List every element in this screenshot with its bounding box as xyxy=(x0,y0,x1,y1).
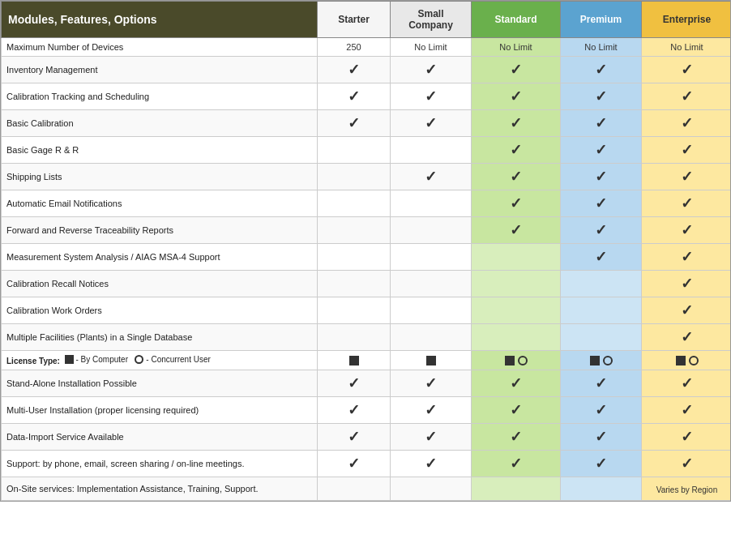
starter-license-cell xyxy=(318,351,391,370)
small-cell xyxy=(391,271,472,297)
starter-cell: ✓ xyxy=(318,397,391,424)
premium-cell: ✓ xyxy=(561,217,642,244)
checkmark-icon: ✓ xyxy=(595,222,607,238)
premium-cell: ✓ xyxy=(561,190,642,217)
starter-cell xyxy=(318,217,391,244)
checkmark-icon: ✓ xyxy=(348,429,360,445)
feature-name: Calibration Work Orders xyxy=(2,297,318,324)
license-icons xyxy=(323,356,385,365)
license-icons xyxy=(395,356,466,365)
starter-cell xyxy=(318,244,391,271)
feature-name: Measurement System Analysis / AIAG MSA-4… xyxy=(2,244,318,271)
small-cell: ✓ xyxy=(391,83,472,110)
enterprise-cell: ✓ xyxy=(642,57,732,83)
feature-name: Inventory Management xyxy=(2,57,318,83)
enterprise-cell: ✓ xyxy=(642,217,732,244)
small-cell: ✓ xyxy=(391,164,472,190)
enterprise-cell: ✓ xyxy=(642,244,732,271)
checkmark-icon: ✓ xyxy=(510,115,522,131)
checkmark-icon: ✓ xyxy=(681,375,693,391)
premium-cell: ✓ xyxy=(561,57,642,83)
feature-name: Automatic Email Notifications xyxy=(2,190,318,217)
feature-name: Stand-Alone Installation Possible xyxy=(2,370,318,397)
enterprise-cell: ✓ xyxy=(642,397,732,424)
license-icons xyxy=(477,356,555,365)
premium-cell: No Limit xyxy=(561,38,642,57)
starter-cell xyxy=(318,477,391,501)
premium-cell: ✓ xyxy=(561,397,642,424)
computer-license-icon xyxy=(590,356,600,365)
premium-column-header: Premium xyxy=(561,2,642,38)
starter-cell: ✓ xyxy=(318,57,391,83)
checkmark-icon: ✓ xyxy=(425,62,437,78)
concurrent-license-icon xyxy=(518,356,528,365)
starter-cell xyxy=(318,297,391,324)
computer-license-icon xyxy=(349,356,359,365)
checkmark-icon: ✓ xyxy=(681,88,693,105)
checkmark-icon: ✓ xyxy=(595,249,607,265)
enterprise-cell: ✓ xyxy=(642,137,732,164)
premium-cell: ✓ xyxy=(561,164,642,190)
checkmark-icon: ✓ xyxy=(681,249,693,265)
standard-cell: ✓ xyxy=(472,397,561,424)
checkmark-icon: ✓ xyxy=(425,375,437,391)
feature-column-header: Modules, Features, Options xyxy=(2,2,318,38)
checkmark-icon: ✓ xyxy=(595,429,607,445)
small-cell xyxy=(391,217,472,244)
standard-cell: ✓ xyxy=(472,83,561,110)
checkmark-icon: ✓ xyxy=(425,402,437,418)
enterprise-cell: ✓ xyxy=(642,110,732,137)
standard-cell xyxy=(472,297,561,324)
enterprise-cell: ✓ xyxy=(642,370,732,397)
standard-cell: ✓ xyxy=(472,217,561,244)
checkmark-icon: ✓ xyxy=(348,88,360,105)
checkmark-icon: ✓ xyxy=(595,169,607,185)
checkmark-icon: ✓ xyxy=(510,375,522,391)
standard-column-header: Standard xyxy=(472,2,561,38)
checkmark-icon: ✓ xyxy=(510,429,522,445)
feature-name: Calibration Tracking and Scheduling xyxy=(2,83,318,110)
small-cell: ✓ xyxy=(391,424,472,451)
small-cell xyxy=(391,190,472,217)
checkmark-icon: ✓ xyxy=(681,115,693,131)
standard-cell: ✓ xyxy=(472,164,561,190)
standard-cell: No Limit xyxy=(472,38,561,57)
checkmark-icon: ✓ xyxy=(681,455,693,472)
enterprise-cell: ✓ xyxy=(642,271,732,297)
checkmark-icon: ✓ xyxy=(681,222,693,238)
license-icons xyxy=(647,356,727,365)
comparison-table: Modules, Features, Options Starter Small… xyxy=(0,0,731,502)
checkmark-icon: ✓ xyxy=(681,169,693,185)
standard-cell: ✓ xyxy=(472,137,561,164)
enterprise-cell: ✓ xyxy=(642,190,732,217)
starter-cell: ✓ xyxy=(318,370,391,397)
checkmark-icon: ✓ xyxy=(348,455,360,472)
starter-cell: 250 xyxy=(318,38,391,57)
starter-cell xyxy=(318,190,391,217)
small-cell: ✓ xyxy=(391,451,472,477)
feature-name: Data-Import Service Available xyxy=(2,424,318,451)
small-cell: ✓ xyxy=(391,397,472,424)
checkmark-icon: ✓ xyxy=(348,375,360,391)
standard-cell: ✓ xyxy=(472,110,561,137)
enterprise-column-header: Enterprise xyxy=(642,2,732,38)
checkmark-icon: ✓ xyxy=(510,402,522,418)
starter-cell: ✓ xyxy=(318,83,391,110)
checkmark-icon: ✓ xyxy=(681,302,693,318)
enterprise-cell: ✓ xyxy=(642,424,732,451)
enterprise-license-cell xyxy=(642,351,732,370)
checkmark-icon: ✓ xyxy=(595,142,607,158)
premium-cell: ✓ xyxy=(561,370,642,397)
starter-cell xyxy=(318,137,391,164)
checkmark-icon: ✓ xyxy=(595,375,607,391)
enterprise-cell: ✓ xyxy=(642,324,732,351)
small-cell xyxy=(391,137,472,164)
feature-name: Basic Gage R & R xyxy=(2,137,318,164)
enterprise-cell: ✓ xyxy=(642,451,732,477)
checkmark-icon: ✓ xyxy=(510,62,522,78)
starter-cell xyxy=(318,271,391,297)
standard-cell: ✓ xyxy=(472,370,561,397)
starter-cell: ✓ xyxy=(318,451,391,477)
feature-name: Multiple Facilities (Plants) in a Single… xyxy=(2,324,318,351)
small-company-column-header: SmallCompany xyxy=(391,2,472,38)
